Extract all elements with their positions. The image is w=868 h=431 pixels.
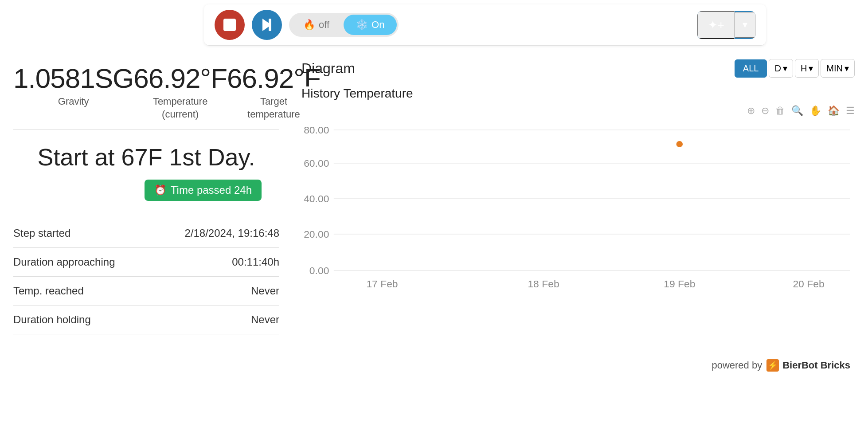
h-chevron-icon: ▾ [809,63,813,74]
h-dropdown[interactable]: H ▾ [795,59,819,78]
toggle-on-button[interactable]: ❄️ On [344,15,397,35]
add-button-group: ✦+ ▾ [697,11,755,39]
y-label-80: 80.00 [304,125,329,136]
d-label: D [774,63,781,74]
duration-approaching-value: 00:11:40h [232,256,279,268]
duration-approaching-label: Duration approaching [13,256,115,268]
add-main-button[interactable]: ✦+ [697,11,735,39]
y-label-60: 60.00 [304,158,329,169]
x-label-17feb: 17 Feb [366,278,398,290]
stop-icon [223,19,236,31]
chart-title: History Temperature [301,86,855,101]
footer: powered by ⚡ BierBot Bricks [0,352,868,379]
table-row: Step started 2/18/2024, 19:16:48 [13,219,279,248]
time-badge: ⏰ Time passed 24h [145,180,262,201]
zoom-in-icon[interactable]: ⊕ [747,105,755,117]
x-label-20feb: 20 Feb [793,278,824,290]
zoom-out-icon[interactable]: ⊖ [761,105,769,117]
brand-name: BierBot Bricks [782,360,850,371]
gravity-metric: 1.0581SG Gravity [13,63,133,108]
chart-section: History Temperature ⊕ ⊖ 🗑 🔍 ✋ 🏠 ☰ 80.00 … [301,86,855,307]
pan-icon[interactable]: ✋ [809,105,821,117]
temperature-value: 66.92°F [133,63,227,94]
chart-toolbar: ⊕ ⊖ 🗑 🔍 ✋ 🏠 ☰ [301,105,855,117]
temperature-label: Temperature(current) [133,95,227,121]
min-label: MIN [826,63,843,74]
add-dropdown-button[interactable]: ▾ [735,12,755,38]
main-layout: 1.0581SG Gravity 66.92°F Temperature(cur… [0,46,868,352]
diagram-title: Diagram [301,60,355,77]
metrics-row: 1.0581SG Gravity 66.92°F Temperature(cur… [13,63,279,130]
table-row: Temp. reached Never [13,277,279,306]
duration-holding-label: Duration holding [13,313,91,326]
left-panel: 1.0581SG Gravity 66.92°F Temperature(cur… [0,55,293,343]
stop-button[interactable] [215,10,245,40]
gravity-label: Gravity [13,95,133,108]
skip-bar-icon [269,19,271,31]
data-point [676,141,683,147]
h-label: H [801,63,807,74]
all-label: ALL [743,63,759,74]
all-button[interactable]: ALL [735,59,767,78]
powered-by-text: powered by [712,360,762,371]
diagram-header: Diagram ALL D ▾ H ▾ MIN ▾ [301,59,855,78]
delete-icon[interactable]: 🗑 [775,105,785,117]
zoom-reset-icon[interactable]: 🔍 [791,105,803,117]
toggle-off-button[interactable]: 🔥 off [291,15,342,35]
min-dropdown[interactable]: MIN ▾ [821,59,855,78]
temp-reached-value: Never [251,285,279,297]
step-started-label: Step started [13,227,70,239]
clock-icon: ⏰ [154,184,166,196]
min-chevron-icon: ▾ [845,63,849,74]
temp-reached-label: Temp. reached [13,285,84,297]
add-icon: ✦+ [708,18,724,31]
toolbar: 🔥 off ❄️ On ✦+ ▾ [204,4,766,46]
chart-container: 80.00 60.00 40.00 20.00 0.00 17 Feb 18 F… [301,121,855,307]
toggle-on-label: On [371,19,384,31]
diagram-controls: ALL D ▾ H ▾ MIN ▾ [735,59,855,78]
snowflake-icon: ❄️ [356,19,368,31]
step-title: Start at 67F 1st Day. [13,143,279,171]
right-panel: Diagram ALL D ▾ H ▾ MIN ▾ [293,55,868,343]
y-label-0: 0.00 [309,265,329,276]
step-started-value: 2/18/2024, 19:16:48 [184,227,279,239]
brand-logo: ⚡ BierBot Bricks [766,359,850,372]
bolt-icon: ⚡ [766,359,779,372]
chart-svg: 80.00 60.00 40.00 20.00 0.00 17 Feb 18 F… [301,121,855,307]
y-label-40: 40.00 [304,193,329,204]
table-row: Duration approaching 00:11:40h [13,248,279,277]
dropdown-chevron-icon: ▾ [743,19,747,30]
toggle-off-label: off [319,19,329,31]
flame-off-icon: 🔥 [303,19,315,31]
d-chevron-icon: ▾ [783,63,787,74]
stats-table: Step started 2/18/2024, 19:16:48 Duratio… [13,210,279,334]
table-row: Duration holding Never [13,306,279,334]
d-dropdown[interactable]: D ▾ [769,59,793,78]
x-label-18feb: 18 Feb [528,278,559,290]
skip-button[interactable] [252,10,282,40]
home-icon[interactable]: 🏠 [828,105,840,117]
gravity-value: 1.0581SG [13,63,133,94]
duration-holding-value: Never [251,313,279,326]
y-label-20: 20.00 [304,229,329,240]
menu-icon[interactable]: ☰ [846,105,855,117]
temperature-metric: 66.92°F Temperature(current) [133,63,227,121]
heating-toggle-group: 🔥 off ❄️ On [289,13,399,37]
step-section: Start at 67F 1st Day. ⏰ Time passed 24h [13,130,279,210]
time-badge-label: Time passed 24h [171,184,252,196]
x-label-19feb: 19 Feb [664,278,695,290]
